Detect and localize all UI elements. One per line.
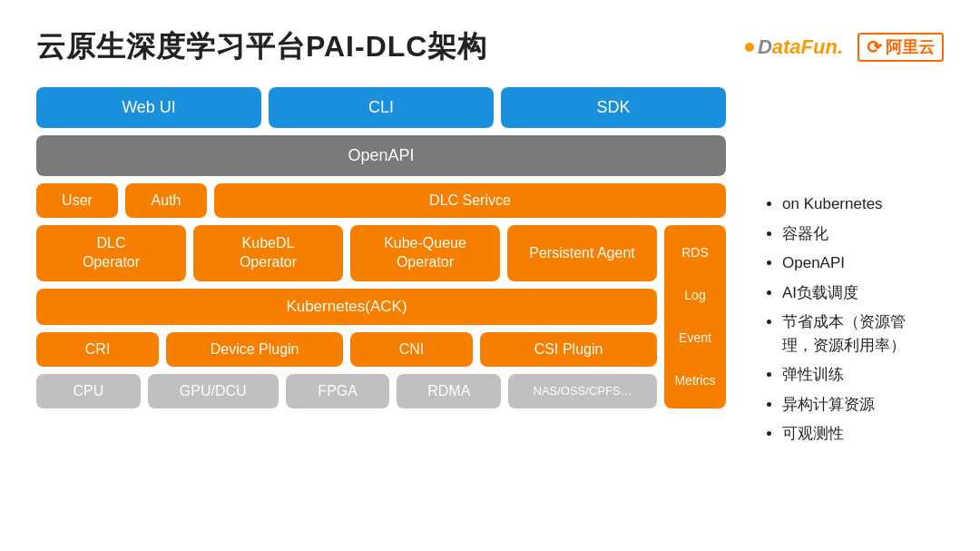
header: 云原生深度学习平台PAI-DLC架构 DataFun. ⟳ 阿里云: [36, 27, 944, 67]
cni-button[interactable]: CNI: [350, 332, 473, 367]
feature-list: on Kubernetes 容器化 OpenAPI AI负载调度 节省成本（资源…: [753, 87, 944, 533]
kube-queue-button[interactable]: Kube-Queue Operator: [350, 225, 500, 281]
rds-label: RDS: [681, 245, 709, 260]
aliyun-icon: ⟳: [867, 36, 882, 58]
fpga-button[interactable]: FPGA: [286, 374, 390, 408]
page-title: 云原生深度学习平台PAI-DLC架构: [36, 27, 487, 67]
sdk-button[interactable]: SDK: [501, 87, 726, 128]
aliyun-logo: ⟳ 阿里云: [858, 33, 944, 62]
bullet-elastic: 弹性训练: [782, 363, 944, 387]
webui-button[interactable]: Web UI: [36, 87, 261, 128]
row-5: Kubernetes(ACK): [36, 289, 657, 325]
dlc-operator-button[interactable]: DLC Operator: [36, 225, 186, 281]
right-sidebar: RDS Log Event Metrics: [664, 225, 726, 408]
bullet-cost: 节省成本（资源管理，资源利用率）: [782, 310, 944, 357]
row-6: CRI Device Plugin CNI CSI Plugin: [36, 332, 657, 367]
gpu-dcu-button[interactable]: GPU/DCU: [148, 374, 279, 408]
csi-plugin-button[interactable]: CSI Plugin: [480, 332, 657, 367]
bullet-openapi: OpenAPI: [782, 251, 944, 275]
page: 云原生深度学习平台PAI-DLC架构 DataFun. ⟳ 阿里云 Web UI…: [0, 0, 980, 551]
cpu-button[interactable]: CPU: [36, 374, 141, 408]
metrics-label: Metrics: [674, 373, 715, 388]
auth-button[interactable]: Auth: [125, 183, 207, 218]
aliyun-text: 阿里云: [886, 36, 935, 58]
bullet-observability: 可观测性: [782, 422, 944, 446]
left-col: DLC Operator KubeDL Operator Kube-Queue …: [36, 225, 657, 408]
log-label: Log: [684, 288, 705, 302]
bullet-kubernetes: on Kubernetes: [782, 192, 944, 216]
cli-button[interactable]: CLI: [269, 87, 494, 128]
main-content: Web UI CLI SDK OpenAPI User Auth DLC Ser…: [36, 87, 944, 533]
kubernetes-button[interactable]: Kubernetes(ACK): [36, 289, 657, 325]
cri-button[interactable]: CRI: [36, 332, 159, 367]
rdma-button[interactable]: RDMA: [397, 374, 501, 408]
row-3: User Auth DLC Serivce: [36, 183, 726, 218]
datafun-logo: DataFun.: [745, 35, 843, 59]
bullet-container: 容器化: [782, 222, 944, 246]
logos: DataFun. ⟳ 阿里云: [745, 33, 944, 62]
user-button[interactable]: User: [36, 183, 118, 218]
persistent-agent-button[interactable]: Persistent Agent: [507, 225, 657, 281]
kubedl-operator-button[interactable]: KubeDL Operator: [193, 225, 343, 281]
device-plugin-button[interactable]: Device Plugin: [166, 332, 343, 367]
datafun-dot: [745, 43, 754, 52]
event-label: Event: [679, 330, 711, 345]
nas-button[interactable]: NAS/OSS/CPFS…: [508, 374, 657, 408]
row-4: DLC Operator KubeDL Operator Kube-Queue …: [36, 225, 657, 281]
bullet-hetero: 异构计算资源: [782, 393, 944, 417]
row-2: OpenAPI: [36, 135, 726, 176]
row-1: Web UI CLI SDK: [36, 87, 726, 128]
openapi-button[interactable]: OpenAPI: [36, 135, 726, 176]
row-7: CPU GPU/DCU FPGA RDMA NAS/OSS/CPFS…: [36, 374, 657, 408]
bullet-ai-scheduling: AI负载调度: [782, 281, 944, 305]
datafun-text: DataFun.: [758, 35, 843, 59]
architecture-diagram: Web UI CLI SDK OpenAPI User Auth DLC Ser…: [36, 87, 726, 533]
dlc-service-button[interactable]: DLC Serivce: [214, 183, 726, 218]
rows-4-7-with-sidebar: DLC Operator KubeDL Operator Kube-Queue …: [36, 225, 726, 408]
